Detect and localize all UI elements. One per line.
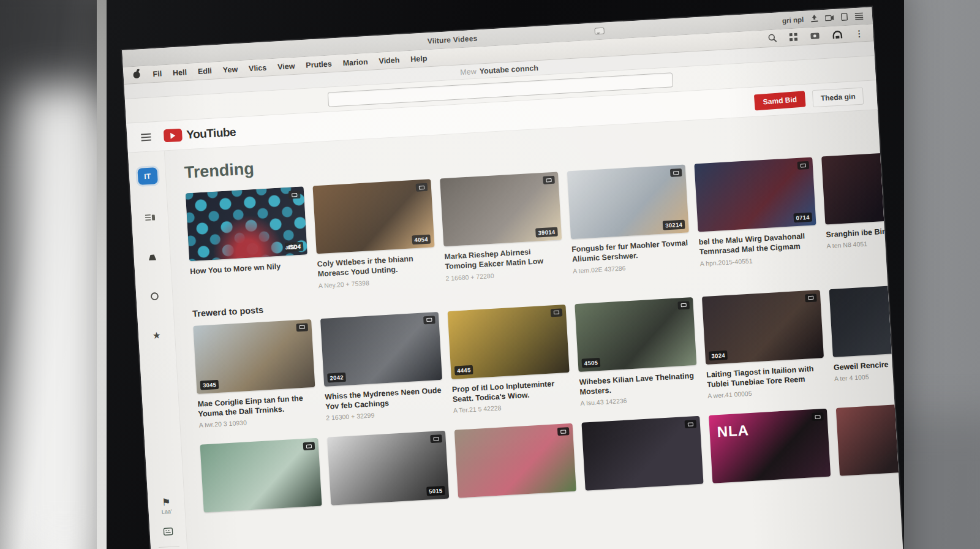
- video-card[interactable]: 5015: [327, 431, 449, 505]
- video-title[interactable]: Whiss the Mydrenes Neen Oude Yov feb Cac…: [325, 385, 444, 412]
- flag-label: Laa': [162, 509, 172, 515]
- video-thumbnail[interactable]: 4504 aSD4: [186, 186, 307, 261]
- video-thumbnail[interactable]: 2042: [320, 312, 442, 387]
- search-hint-prefix: Mew: [460, 67, 477, 76]
- duration-badge: 30214: [663, 220, 685, 230]
- laptop-aluminum-edge: [97, 0, 107, 549]
- camera-badge-icon: [797, 161, 810, 170]
- video-thumbnail[interactable]: 3045: [193, 319, 315, 393]
- laptop-frame: Viiture Videes gri npl FilHellEdliYewVli…: [97, 0, 904, 549]
- video-title[interactable]: Wihebes Kilian Lave Thelnating Mosters.: [579, 370, 698, 397]
- video-thumbnail[interactable]: 30214: [567, 164, 689, 239]
- apple-icon[interactable]: [133, 71, 140, 78]
- video-title[interactable]: Sranghin ibe Bing: [826, 223, 903, 240]
- history-icon[interactable]: [146, 290, 162, 302]
- video-thumbnail[interactable]: 4505: [575, 297, 696, 372]
- video-card[interactable]: 4445 Prop of itl Loo Inpluteminter Seatt…: [448, 305, 571, 414]
- camera-badge-icon: [812, 412, 824, 421]
- video-card[interactable]: 4054 Coly Wtlebes ir the bhiann Moreasc …: [312, 179, 436, 289]
- page-icon[interactable]: [841, 13, 848, 21]
- menu-item-yew[interactable]: Yew: [217, 63, 243, 75]
- video-thumbnail[interactable]: [200, 438, 322, 513]
- video-card[interactable]: 39014 Marka Rieshep Abirnesi Tomoing Eak…: [440, 172, 564, 281]
- camera-badge-icon: [288, 191, 301, 199]
- upload-icon[interactable]: [810, 15, 819, 23]
- video-thumbnail[interactable]: 0714: [694, 157, 816, 232]
- video-cast-icon[interactable]: [810, 32, 820, 40]
- menu-item-prutles[interactable]: Prutles: [300, 58, 337, 70]
- youtube-logo[interactable]: YouTiube: [164, 125, 236, 143]
- camera-icon[interactable]: [825, 14, 835, 21]
- subscriptions-list-icon[interactable]: [142, 212, 157, 224]
- video-card[interactable]: 5045 Sranghin ibe Bing A ten N8 4051: [821, 150, 903, 259]
- video-title[interactable]: How You to More wn Nily: [190, 260, 309, 276]
- video-card[interactable]: 30214 Fongusb fer fur Maohler Tovmal Ali…: [567, 164, 691, 274]
- menu-item-help[interactable]: Help: [405, 52, 433, 65]
- video-thumbnail[interactable]: 5015: [327, 431, 449, 505]
- speech-bubble-icon[interactable]: [595, 28, 605, 35]
- video-title[interactable]: Prop of itl Loo Inpluteminter Seatt. Tod…: [452, 377, 571, 404]
- video-thumbnail[interactable]: [836, 401, 903, 476]
- video-thumbnail[interactable]: NLA: [709, 409, 831, 483]
- video-card[interactable]: 3024 Laiting Tiagost in Itailion with Tu…: [702, 290, 826, 399]
- video-thumbnail[interactable]: 3024: [702, 290, 824, 365]
- video-card[interactable]: Geweil Rencire A ter 4 1005: [829, 282, 903, 392]
- video-card[interactable]: 3045 Mae Coriglie Einp tan fun the Youma…: [193, 319, 317, 428]
- video-thumbnail[interactable]: 39014: [440, 172, 562, 246]
- menu-item-view[interactable]: View: [272, 60, 301, 73]
- toolbar-text: gri npl: [782, 15, 804, 24]
- video-card[interactable]: [454, 423, 576, 498]
- video-card[interactable]: NLA: [709, 409, 831, 483]
- video-thumbnail[interactable]: [454, 423, 576, 498]
- menu-item-edli[interactable]: Edli: [192, 65, 217, 77]
- video-title[interactable]: Fongusb fer fur Maohler Tovmal Aliumic S…: [571, 238, 691, 265]
- library-icon[interactable]: [145, 251, 160, 263]
- menu-item-fil[interactable]: Fil: [147, 67, 168, 80]
- video-card[interactable]: 2042 Whiss the Mydrenes Neen Oude Yov fe…: [320, 312, 444, 422]
- primary-action-button[interactable]: Samd Bid: [754, 91, 806, 110]
- video-title[interactable]: bel the Malu Wirg Davahonall Temnrasad M…: [698, 230, 818, 257]
- sidebar-divider: [159, 546, 179, 548]
- secondary-action-button[interactable]: Theda gin: [812, 87, 864, 107]
- camera-badge-icon: [430, 434, 442, 443]
- menu-item-marion[interactable]: Marion: [337, 56, 374, 69]
- video-card[interactable]: 0714 bel the Malu Wirg Davahonall Temnra…: [694, 157, 818, 267]
- video-title[interactable]: Marka Rieshep Abirnesi Tomoing Eakcer Ma…: [444, 245, 564, 272]
- camera-badge-icon: [805, 293, 817, 302]
- video-title[interactable]: Geweil Rencire: [833, 355, 903, 372]
- flag-icon[interactable]: ⚑: [159, 496, 174, 507]
- video-card[interactable]: 4505 Wihebes Kilian Lave Thelnating Most…: [575, 297, 698, 407]
- video-card[interactable]: 4504 aSD4 How You to More wn Nily: [186, 186, 309, 296]
- sidebar-hamburger-icon[interactable]: [140, 132, 152, 142]
- video-thumbnail[interactable]: 5045: [821, 150, 903, 224]
- camera-badge-icon: [296, 323, 308, 331]
- video-thumbnail[interactable]: [829, 282, 903, 357]
- video-thumbnail[interactable]: 4445: [448, 305, 570, 379]
- apps-grid-icon[interactable]: [789, 32, 798, 42]
- video-title[interactable]: Mae Coriglie Einp tan fun the Youma the …: [197, 392, 317, 419]
- duration-badge: 0714: [793, 213, 812, 223]
- duration-badge: 5015: [426, 486, 445, 496]
- duration-badge: 2042: [327, 372, 346, 382]
- video-card[interactable]: [200, 438, 322, 513]
- search-icon[interactable]: [767, 33, 777, 43]
- menu-item-vlics[interactable]: Vlics: [243, 61, 273, 74]
- video-thumbnail[interactable]: [581, 416, 703, 491]
- camera-badge-icon: [416, 183, 428, 192]
- video-title[interactable]: Coly Wtlebes ir the bhiann Moreasc Youd …: [317, 252, 436, 279]
- hamburger-list-icon[interactable]: [854, 12, 864, 20]
- kebab-menu-icon[interactable]: ⋮: [854, 28, 864, 39]
- video-card[interactable]: [836, 401, 903, 476]
- keyboard-box-icon[interactable]: [160, 525, 176, 537]
- menu-item-videh[interactable]: Videh: [373, 54, 405, 67]
- home-arch-icon[interactable]: [832, 30, 843, 39]
- window-title: Viiture Videes: [427, 34, 477, 45]
- star-icon[interactable]: ★: [149, 330, 164, 341]
- sidebar-item-home-active[interactable]: IT: [137, 167, 158, 185]
- duration-badge: 4445: [454, 365, 473, 375]
- video-card[interactable]: [581, 416, 703, 491]
- video-thumbnail[interactable]: 4054: [312, 179, 434, 254]
- camera-badge-icon: [423, 316, 435, 324]
- menu-item-hell[interactable]: Hell: [167, 66, 193, 78]
- video-title[interactable]: Laiting Tiagost in Itailion with Tublei …: [706, 363, 826, 390]
